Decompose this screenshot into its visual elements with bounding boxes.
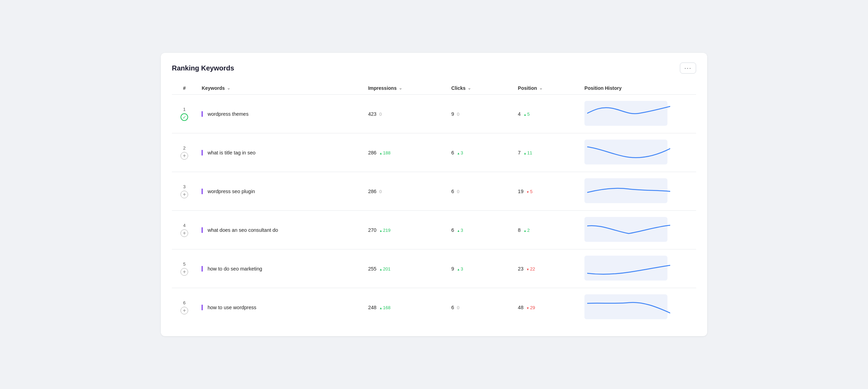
clicks-cell: 6 0 <box>446 172 513 211</box>
metric-value: 6 <box>451 150 454 155</box>
row-num-cell: 1✓ <box>172 95 197 133</box>
table-row: 2+what is title tag in seo286 1886 37 11 <box>172 133 696 172</box>
clicks-cell: 9 0 <box>446 95 513 133</box>
metric-value: 270 <box>368 227 376 233</box>
metric-value: 248 <box>368 305 376 310</box>
metric-value: 6 <box>451 189 454 194</box>
plus-icon[interactable]: + <box>181 268 188 276</box>
sparkline-chart <box>584 140 667 164</box>
row-number: 6 <box>183 300 185 305</box>
change-value: 0 <box>379 112 382 117</box>
keyword-text: wordpress seo plugin <box>207 189 255 194</box>
sparkline-chart <box>584 101 667 126</box>
sparkline-chart <box>584 294 667 319</box>
keyword-cell: wordpress themes <box>197 95 363 133</box>
sparkline-chart <box>584 256 667 281</box>
impressions-cell: 270 219 <box>363 211 446 249</box>
keyword-text: wordpress themes <box>207 111 248 117</box>
col-header-keywords[interactable]: Keywords ⌄ <box>197 82 363 95</box>
impressions-cell: 286 0 <box>363 172 446 211</box>
clicks-cell: 6 3 <box>446 133 513 172</box>
sparkline-chart <box>584 178 667 203</box>
change-value: 0 <box>379 189 382 194</box>
clicks-sort-icon: ⌄ <box>468 86 471 91</box>
sparkline-cell <box>580 211 696 249</box>
position-cell: 19 5 <box>513 172 580 211</box>
table-row: 4+what does an seo consultant do270 2196… <box>172 211 696 249</box>
keyword-text: what is title tag in seo <box>207 150 256 155</box>
metric-value: 9 <box>451 111 454 117</box>
ranking-keywords-card: Ranking Keywords ··· # Keywords ⌄ Impres… <box>161 53 707 336</box>
metric-value: 286 <box>368 189 376 194</box>
change-value: 188 <box>379 150 391 155</box>
metric-value: 48 <box>518 305 524 310</box>
keyword-text: how to use wordpress <box>207 305 256 310</box>
row-number: 3 <box>183 184 185 189</box>
metric-value: 423 <box>368 111 376 117</box>
plus-icon[interactable]: + <box>181 307 188 314</box>
change-value: 5 <box>524 112 530 117</box>
col-header-history: Position History <box>580 82 696 95</box>
table-header: # Keywords ⌄ Impressions ⌄ Clic <box>172 82 696 95</box>
change-value: 11 <box>524 150 532 155</box>
keyword-text: what does an seo consultant do <box>207 227 278 233</box>
change-value: 0 <box>457 189 459 194</box>
col-header-position[interactable]: Position ⌄ <box>513 82 580 95</box>
change-value: 22 <box>526 266 535 272</box>
change-value: 2 <box>524 228 530 233</box>
position-sort-icon: ⌄ <box>539 86 543 91</box>
metric-value: 8 <box>518 227 521 233</box>
position-cell: 8 2 <box>513 211 580 249</box>
keywords-table: # Keywords ⌄ Impressions ⌄ Clic <box>172 82 696 326</box>
change-value: 5 <box>526 189 533 194</box>
row-number: 5 <box>183 262 185 267</box>
position-cell: 48 29 <box>513 288 580 327</box>
plus-icon[interactable]: + <box>181 229 188 237</box>
metric-value: 286 <box>368 150 376 155</box>
change-value: 3 <box>457 150 463 155</box>
table-row: 3+wordpress seo plugin286 06 019 5 <box>172 172 696 211</box>
sparkline-cell <box>580 133 696 172</box>
change-value: 168 <box>379 305 391 310</box>
plus-icon[interactable]: + <box>181 152 188 160</box>
change-value: 29 <box>526 305 535 310</box>
check-icon[interactable]: ✓ <box>181 113 188 121</box>
sparkline-chart <box>584 217 667 242</box>
row-number: 1 <box>183 107 185 112</box>
impressions-sort-icon: ⌄ <box>399 86 402 91</box>
col-header-impressions[interactable]: Impressions ⌄ <box>363 82 446 95</box>
position-cell: 23 22 <box>513 249 580 288</box>
keyword-cell: what does an seo consultant do <box>197 211 363 249</box>
table-body: 1✓wordpress themes423 09 04 5 2+what is … <box>172 95 696 327</box>
plus-icon[interactable]: + <box>181 191 188 198</box>
position-cell: 7 11 <box>513 133 580 172</box>
clicks-cell: 6 3 <box>446 211 513 249</box>
impressions-cell: 286 188 <box>363 133 446 172</box>
change-value: 3 <box>457 228 463 233</box>
keywords-sort-icon: ⌄ <box>227 86 230 91</box>
sparkline-cell <box>580 95 696 133</box>
metric-value: 7 <box>518 150 521 155</box>
row-num-cell: 2+ <box>172 133 197 172</box>
keyword-text: how to do seo marketing <box>207 266 262 272</box>
row-num-cell: 3+ <box>172 172 197 211</box>
metric-value: 9 <box>451 266 454 272</box>
impressions-cell: 255 201 <box>363 249 446 288</box>
metric-value: 6 <box>451 305 454 310</box>
change-value: 0 <box>457 305 459 310</box>
col-header-clicks[interactable]: Clicks ⌄ <box>446 82 513 95</box>
sparkline-cell <box>580 249 696 288</box>
more-options-button[interactable]: ··· <box>680 63 696 74</box>
metric-value: 255 <box>368 266 376 272</box>
keyword-cell: wordpress seo plugin <box>197 172 363 211</box>
impressions-cell: 248 168 <box>363 288 446 327</box>
table-row: 5+how to do seo marketing255 2019 323 22 <box>172 249 696 288</box>
clicks-cell: 9 3 <box>446 249 513 288</box>
card-header: Ranking Keywords ··· <box>172 63 696 74</box>
change-value: 3 <box>457 266 463 272</box>
metric-value: 19 <box>518 189 524 194</box>
change-value: 201 <box>379 266 391 272</box>
table-row: 1✓wordpress themes423 09 04 5 <box>172 95 696 133</box>
row-number: 4 <box>183 223 185 228</box>
keyword-cell: how to use wordpress <box>197 288 363 327</box>
